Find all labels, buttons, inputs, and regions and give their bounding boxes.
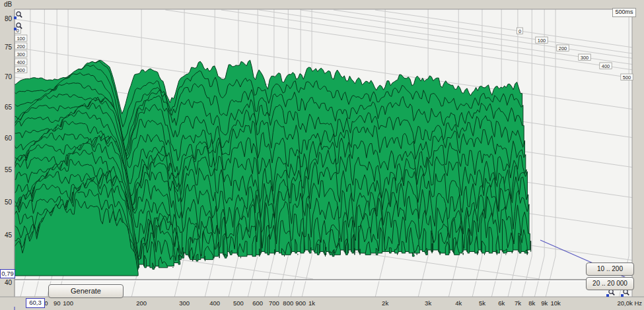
db-tick-label: 75 <box>5 44 13 51</box>
db-tick-label: 70 <box>5 73 13 80</box>
zoom-in-icon[interactable] <box>14 10 22 18</box>
db-tick-label: 55 <box>5 166 13 173</box>
time-label-right-text: 400 <box>602 63 610 69</box>
freq-tick-label: 1k <box>308 299 315 307</box>
freq-tick-label: 500 <box>233 299 244 307</box>
csd-waterfall-window: 0100200300400500010020030040050080757065… <box>0 0 644 310</box>
freq-tick-label: 2k <box>382 299 388 307</box>
time-label-left-text: 500 <box>17 67 25 73</box>
freq-tick-label: 9k <box>541 299 548 307</box>
freq-max-label: 20,0k Hz <box>618 299 643 307</box>
floor-value-field[interactable]: 0,79 <box>0 269 15 278</box>
freq-tick-label: 800 <box>283 299 293 307</box>
time-label-left-text: 400 <box>17 59 25 65</box>
db-tick-label: 60 <box>5 135 13 142</box>
freq-tick-label: 700 <box>269 299 279 307</box>
db-tick-label: 40 <box>5 279 13 286</box>
freq-min-field[interactable]: 60,3 <box>26 298 45 308</box>
time-range-button[interactable]: 10 .. 200 <box>586 263 634 276</box>
zoom-out-icon[interactable] <box>14 21 22 30</box>
freq-tick-label: 90 <box>54 299 61 307</box>
freq-range-button[interactable]: 20 .. 20 000 <box>586 277 634 290</box>
db-tick-label: 50 <box>5 199 13 206</box>
db-tick-label: 45 <box>5 232 13 239</box>
freq-tick-label: 6k <box>498 299 505 307</box>
db-tick-label: 80 <box>5 15 13 22</box>
time-label-right-text: 300 <box>581 55 589 61</box>
time-label-left-text: 200 <box>17 44 25 49</box>
freq-tick-label: 10k <box>550 299 561 307</box>
freq-tick-label: 400 <box>209 299 220 307</box>
waterfall-chart: 0100200300400500010020030040050080757065… <box>0 0 644 310</box>
db-tick-label: 65 <box>5 104 13 111</box>
freq-tick-label: 300 <box>179 299 190 307</box>
freq-tick-label: 3k <box>425 299 431 307</box>
freq-tick-label: 200 <box>136 299 147 307</box>
time-label-right-text: 500 <box>623 75 631 80</box>
freq-tick-label: 4k <box>455 299 462 307</box>
time-label-left-text: 300 <box>17 51 25 57</box>
freq-tick-label: 8k <box>528 299 535 307</box>
freq-tick-label: 900 <box>295 299 306 307</box>
freq-tick-label: 5k <box>479 299 485 307</box>
generate-button[interactable]: Generate <box>48 284 124 298</box>
db-axis-title: dB <box>4 1 12 8</box>
time-label-right-text: 200 <box>559 46 567 51</box>
time-label-left-text: 100 <box>17 36 25 42</box>
time-label-right-text: 0 <box>519 28 521 34</box>
freq-tick-label: 7k <box>515 299 521 307</box>
freq-tick-label: 600 <box>252 299 263 307</box>
freq-tick-label: 100 <box>63 299 73 307</box>
time-label-right-text: 100 <box>538 38 546 44</box>
time-axis-end-label: 500ms <box>612 8 636 17</box>
waterfall-slices <box>0 60 531 276</box>
